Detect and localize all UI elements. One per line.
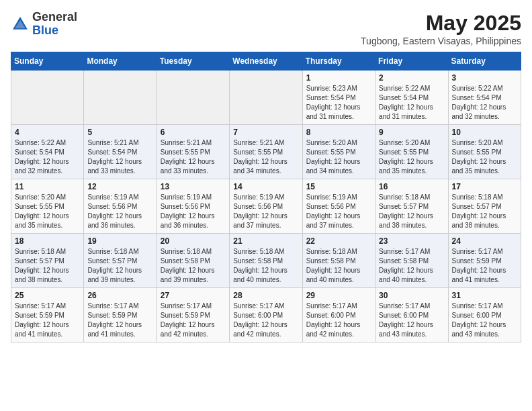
day-number: 5 [87, 128, 152, 137]
calendar-cell: 24Sunrise: 5:17 AMSunset: 5:59 PMDayligh… [448, 234, 521, 288]
weekday-header-wednesday: Wednesday [230, 52, 302, 71]
calendar-cell: 17Sunrise: 5:18 AMSunset: 5:57 PMDayligh… [448, 179, 521, 234]
calendar-cell: 15Sunrise: 5:19 AMSunset: 5:56 PMDayligh… [302, 179, 375, 234]
calendar-cell: 8Sunrise: 5:20 AMSunset: 5:55 PMDaylight… [302, 125, 375, 179]
day-number: 18 [15, 236, 80, 246]
day-info: Sunrise: 5:21 AMSunset: 5:55 PMDaylight:… [161, 138, 226, 176]
day-info: Sunrise: 5:21 AMSunset: 5:54 PMDaylight:… [87, 138, 152, 176]
calendar-cell: 2Sunrise: 5:22 AMSunset: 5:54 PMDaylight… [375, 71, 448, 125]
day-number: 10 [452, 128, 517, 137]
day-info: Sunrise: 5:17 AMSunset: 5:59 PMDaylight:… [87, 302, 152, 339]
calendar-cell: 27Sunrise: 5:17 AMSunset: 5:59 PMDayligh… [157, 288, 229, 342]
day-number: 25 [15, 291, 80, 300]
month-year: May 2025 [361, 11, 521, 36]
calendar-cell: 14Sunrise: 5:19 AMSunset: 5:56 PMDayligh… [230, 179, 302, 234]
weekday-header-thursday: Thursday [302, 52, 375, 71]
logo-text: General Blue [32, 11, 77, 38]
calendar-cell: 12Sunrise: 5:19 AMSunset: 5:56 PMDayligh… [84, 179, 157, 234]
logo-icon [11, 15, 30, 34]
calendar-week-row: 25Sunrise: 5:17 AMSunset: 5:59 PMDayligh… [11, 288, 521, 342]
day-info: Sunrise: 5:22 AMSunset: 5:54 PMDaylight:… [379, 84, 444, 122]
calendar-cell: 20Sunrise: 5:18 AMSunset: 5:58 PMDayligh… [157, 234, 229, 288]
calendar-cell [157, 71, 229, 125]
day-number: 13 [161, 182, 226, 191]
day-info: Sunrise: 5:18 AMSunset: 5:58 PMDaylight:… [306, 247, 371, 285]
day-number: 27 [161, 291, 226, 300]
weekday-header-sunday: Sunday [11, 52, 84, 71]
day-number: 12 [87, 182, 152, 191]
weekday-header-row: SundayMondayTuesdayWednesdayThursdayFrid… [11, 52, 521, 71]
logo-general: General [32, 10, 77, 24]
day-number: 8 [306, 128, 371, 137]
day-info: Sunrise: 5:17 AMSunset: 5:59 PMDaylight:… [452, 247, 517, 285]
day-number: 20 [161, 236, 226, 246]
calendar-week-row: 1Sunrise: 5:23 AMSunset: 5:54 PMDaylight… [11, 71, 521, 125]
calendar-week-row: 11Sunrise: 5:20 AMSunset: 5:55 PMDayligh… [11, 179, 521, 234]
day-info: Sunrise: 5:18 AMSunset: 5:58 PMDaylight:… [161, 247, 226, 285]
calendar-cell: 22Sunrise: 5:18 AMSunset: 5:58 PMDayligh… [302, 234, 375, 288]
calendar-cell: 23Sunrise: 5:17 AMSunset: 5:58 PMDayligh… [375, 234, 448, 288]
day-info: Sunrise: 5:17 AMSunset: 6:00 PMDaylight:… [379, 302, 444, 339]
day-info: Sunrise: 5:20 AMSunset: 5:55 PMDaylight:… [306, 138, 371, 176]
day-number: 6 [161, 128, 226, 137]
calendar-cell: 1Sunrise: 5:23 AMSunset: 5:54 PMDaylight… [302, 71, 375, 125]
day-info: Sunrise: 5:23 AMSunset: 5:54 PMDaylight:… [306, 84, 371, 122]
calendar-cell: 11Sunrise: 5:20 AMSunset: 5:55 PMDayligh… [11, 179, 84, 234]
calendar-cell: 19Sunrise: 5:18 AMSunset: 5:57 PMDayligh… [84, 234, 157, 288]
calendar-cell: 9Sunrise: 5:20 AMSunset: 5:55 PMDaylight… [375, 125, 448, 179]
location: Tugbong, Eastern Visayas, Philippines [361, 36, 521, 46]
day-info: Sunrise: 5:19 AMSunset: 5:56 PMDaylight:… [306, 193, 371, 230]
day-info: Sunrise: 5:19 AMSunset: 5:56 PMDaylight:… [87, 193, 152, 230]
day-info: Sunrise: 5:17 AMSunset: 6:00 PMDaylight:… [233, 302, 298, 339]
day-number: 11 [15, 182, 80, 191]
day-number: 4 [15, 128, 80, 137]
day-info: Sunrise: 5:19 AMSunset: 5:56 PMDaylight:… [233, 193, 298, 230]
day-number: 1 [306, 73, 371, 83]
day-number: 2 [379, 73, 444, 83]
calendar-week-row: 18Sunrise: 5:18 AMSunset: 5:57 PMDayligh… [11, 234, 521, 288]
day-number: 30 [379, 291, 444, 300]
day-info: Sunrise: 5:18 AMSunset: 5:58 PMDaylight:… [233, 247, 298, 285]
day-info: Sunrise: 5:21 AMSunset: 5:55 PMDaylight:… [233, 138, 298, 176]
weekday-header-saturday: Saturday [448, 52, 521, 71]
day-info: Sunrise: 5:20 AMSunset: 5:55 PMDaylight:… [15, 193, 80, 230]
calendar-cell: 10Sunrise: 5:20 AMSunset: 5:55 PMDayligh… [448, 125, 521, 179]
day-number: 17 [452, 182, 517, 191]
calendar-cell: 7Sunrise: 5:21 AMSunset: 5:55 PMDaylight… [230, 125, 302, 179]
calendar-cell: 29Sunrise: 5:17 AMSunset: 6:00 PMDayligh… [302, 288, 375, 342]
day-info: Sunrise: 5:20 AMSunset: 5:55 PMDaylight:… [379, 138, 444, 176]
calendar-cell: 28Sunrise: 5:17 AMSunset: 6:00 PMDayligh… [230, 288, 302, 342]
day-info: Sunrise: 5:20 AMSunset: 5:55 PMDaylight:… [452, 138, 517, 176]
calendar-cell: 6Sunrise: 5:21 AMSunset: 5:55 PMDaylight… [157, 125, 229, 179]
logo: General Blue [11, 11, 77, 38]
calendar-cell: 4Sunrise: 5:22 AMSunset: 5:54 PMDaylight… [11, 125, 84, 179]
calendar-cell: 31Sunrise: 5:17 AMSunset: 6:00 PMDayligh… [448, 288, 521, 342]
day-info: Sunrise: 5:18 AMSunset: 5:57 PMDaylight:… [452, 193, 517, 230]
calendar-cell [84, 71, 157, 125]
calendar-cell: 26Sunrise: 5:17 AMSunset: 5:59 PMDayligh… [84, 288, 157, 342]
calendar-cell: 25Sunrise: 5:17 AMSunset: 5:59 PMDayligh… [11, 288, 84, 342]
calendar-cell: 30Sunrise: 5:17 AMSunset: 6:00 PMDayligh… [375, 288, 448, 342]
calendar-cell: 21Sunrise: 5:18 AMSunset: 5:58 PMDayligh… [230, 234, 302, 288]
day-number: 22 [306, 236, 371, 246]
calendar-week-row: 4Sunrise: 5:22 AMSunset: 5:54 PMDaylight… [11, 125, 521, 179]
day-info: Sunrise: 5:18 AMSunset: 5:57 PMDaylight:… [87, 247, 152, 285]
day-info: Sunrise: 5:22 AMSunset: 5:54 PMDaylight:… [15, 138, 80, 176]
page-header: General Blue May 2025 Tugbong, Eastern V… [11, 11, 521, 46]
day-info: Sunrise: 5:18 AMSunset: 5:57 PMDaylight:… [15, 247, 80, 285]
calendar-cell: 13Sunrise: 5:19 AMSunset: 5:56 PMDayligh… [157, 179, 229, 234]
day-info: Sunrise: 5:17 AMSunset: 5:58 PMDaylight:… [379, 247, 444, 285]
logo-blue: Blue [32, 24, 58, 37]
day-number: 23 [379, 236, 444, 246]
calendar-cell [230, 71, 302, 125]
day-number: 16 [379, 182, 444, 191]
day-number: 31 [452, 291, 517, 300]
day-number: 14 [233, 182, 298, 191]
day-info: Sunrise: 5:17 AMSunset: 5:59 PMDaylight:… [15, 302, 80, 339]
day-number: 19 [87, 236, 152, 246]
day-number: 29 [306, 291, 371, 300]
day-info: Sunrise: 5:17 AMSunset: 6:00 PMDaylight:… [306, 302, 371, 339]
day-number: 21 [233, 236, 298, 246]
calendar-cell: 3Sunrise: 5:22 AMSunset: 5:54 PMDaylight… [448, 71, 521, 125]
day-info: Sunrise: 5:19 AMSunset: 5:56 PMDaylight:… [161, 193, 226, 230]
